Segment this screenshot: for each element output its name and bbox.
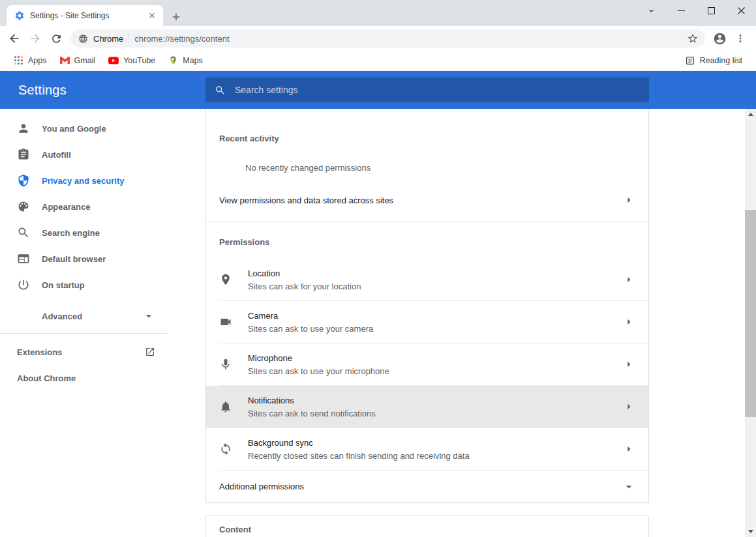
browser-window: Settings - Site Settings <box>0 0 756 537</box>
about-label: About Chrome <box>17 373 76 383</box>
sidebar-item-appearance[interactable]: Appearance <box>0 194 167 220</box>
close-window-button[interactable] <box>726 0 756 21</box>
arrow-right-icon <box>622 358 635 371</box>
permission-title: Background sync <box>248 438 470 448</box>
omnibox[interactable]: Chrome chrome://settings/content <box>70 29 705 48</box>
sidebar-item-label: On startup <box>42 280 85 290</box>
apps-grid-icon <box>14 55 23 65</box>
sidebar-item-autofill[interactable]: Autofill <box>0 141 167 167</box>
settings-search-box[interactable] <box>205 78 649 102</box>
permission-row-notifications[interactable]: Notifications Sites can ask to send noti… <box>206 386 648 428</box>
gmail-icon <box>60 55 70 65</box>
browser-tab[interactable]: Settings - Site Settings <box>7 5 163 26</box>
scrollbar-up-arrow[interactable] <box>745 109 756 120</box>
settings-sidebar: You and Google Autofill Privacy and secu… <box>0 109 167 391</box>
scrollbar-thumb[interactable] <box>745 210 756 417</box>
arrow-right-icon <box>622 194 635 207</box>
browser-menu-button[interactable] <box>730 28 751 49</box>
forward-button[interactable] <box>25 28 46 49</box>
bookmark-youtube[interactable]: YouTube <box>102 53 161 68</box>
site-settings-card: Recent activity No recently changed perm… <box>205 109 649 502</box>
permission-title: Notifications <box>248 396 376 405</box>
tab-title: Settings - Site Settings <box>30 11 141 20</box>
content-section-card: Content <box>205 515 649 537</box>
tab-search-button[interactable] <box>636 0 666 21</box>
location-pin-icon <box>219 273 248 286</box>
tab-close-icon[interactable] <box>146 10 158 22</box>
palette-icon <box>17 200 30 213</box>
content-section-header: Content <box>219 525 635 534</box>
sidebar-item-label: Search engine <box>42 228 100 238</box>
sidebar-item-you-and-google[interactable]: You and Google <box>0 115 167 141</box>
profile-avatar-button[interactable] <box>709 28 730 49</box>
settings-header: Settings <box>0 71 756 109</box>
permission-row-background-sync[interactable]: Background sync Recently closed sites ca… <box>206 428 648 471</box>
sidebar-item-privacy-and-security[interactable]: Privacy and security <box>0 167 167 194</box>
arrow-right-icon <box>622 400 635 413</box>
advanced-label: Advanced <box>42 312 82 321</box>
browser-window-icon <box>17 252 30 265</box>
view-permissions-label: View permissions and data stored across … <box>219 196 393 205</box>
window-controls <box>636 0 756 21</box>
bookmark-apps[interactable]: Apps <box>8 53 53 68</box>
search-icon <box>215 85 226 96</box>
additional-permissions-label: Additional permissions <box>219 482 304 491</box>
permission-title: Camera <box>248 311 373 321</box>
bookmark-maps[interactable]: Maps <box>162 53 209 68</box>
bookmark-label: Apps <box>28 56 47 65</box>
open-in-new-icon <box>145 347 155 357</box>
shield-icon <box>17 174 30 187</box>
permission-title: Location <box>248 268 361 278</box>
reading-list-icon <box>685 55 695 66</box>
minimize-button[interactable] <box>666 0 696 21</box>
sidebar-item-label: Autofill <box>42 150 71 160</box>
power-icon <box>17 278 30 291</box>
autofill-icon <box>17 148 30 161</box>
permission-title: Microphone <box>248 353 389 363</box>
bookmark-star-icon[interactable] <box>684 30 701 47</box>
additional-permissions-expander[interactable]: Additional permissions <box>206 471 648 502</box>
permission-row-camera[interactable]: Camera Sites can ask to use your camera <box>206 301 648 343</box>
bell-icon <box>219 400 248 413</box>
youtube-icon <box>108 55 119 66</box>
url-text: chrome://settings/content <box>134 34 679 44</box>
magnifier-icon <box>17 226 30 239</box>
sidebar-divider <box>0 333 167 334</box>
sync-icon <box>219 443 248 456</box>
view-permissions-row[interactable]: View permissions and data stored across … <box>206 184 648 216</box>
omnibox-separator <box>129 33 129 44</box>
maximize-button[interactable] <box>696 0 726 21</box>
bookmark-label: YouTube <box>123 56 155 65</box>
url-scheme-chip: Chrome <box>93 34 123 44</box>
permission-subtitle: Sites can ask for your location <box>248 282 361 291</box>
extensions-label: Extensions <box>17 347 62 357</box>
permission-row-location[interactable]: Location Sites can ask for your location <box>206 259 648 301</box>
back-button[interactable] <box>4 28 25 49</box>
recent-activity-header: Recent activity <box>219 134 635 143</box>
section-separator <box>206 221 648 222</box>
person-icon <box>17 122 30 135</box>
sidebar-item-on-startup[interactable]: On startup <box>0 272 167 298</box>
scrollbar-down-arrow[interactable] <box>745 526 756 537</box>
sidebar-item-default-browser[interactable]: Default browser <box>0 246 167 272</box>
sidebar-item-label: You and Google <box>42 124 106 134</box>
permissions-header: Permissions <box>219 237 635 247</box>
new-tab-button[interactable] <box>168 8 185 25</box>
permission-row-microphone[interactable]: Microphone Sites can ask to use your mic… <box>206 343 648 386</box>
expand-chevron-down-icon <box>622 480 635 493</box>
chevron-down-icon <box>142 310 155 323</box>
sidebar-item-extensions[interactable]: Extensions <box>0 339 167 365</box>
reading-list-button[interactable]: Reading list <box>679 53 748 68</box>
globe-icon <box>78 34 88 44</box>
reload-button[interactable] <box>46 28 67 49</box>
settings-search-input[interactable] <box>235 85 640 95</box>
bookmark-gmail[interactable]: Gmail <box>54 53 102 68</box>
page-scrollbar[interactable] <box>745 109 756 537</box>
sidebar-item-about-chrome[interactable]: About Chrome <box>0 365 167 391</box>
arrow-right-icon <box>622 315 635 328</box>
sidebar-item-search-engine[interactable]: Search engine <box>0 220 167 246</box>
maps-pin-icon <box>168 55 178 65</box>
reading-list-label: Reading list <box>700 56 742 65</box>
bookmark-label: Maps <box>183 56 203 65</box>
sidebar-advanced-toggle[interactable]: Advanced <box>0 303 167 329</box>
